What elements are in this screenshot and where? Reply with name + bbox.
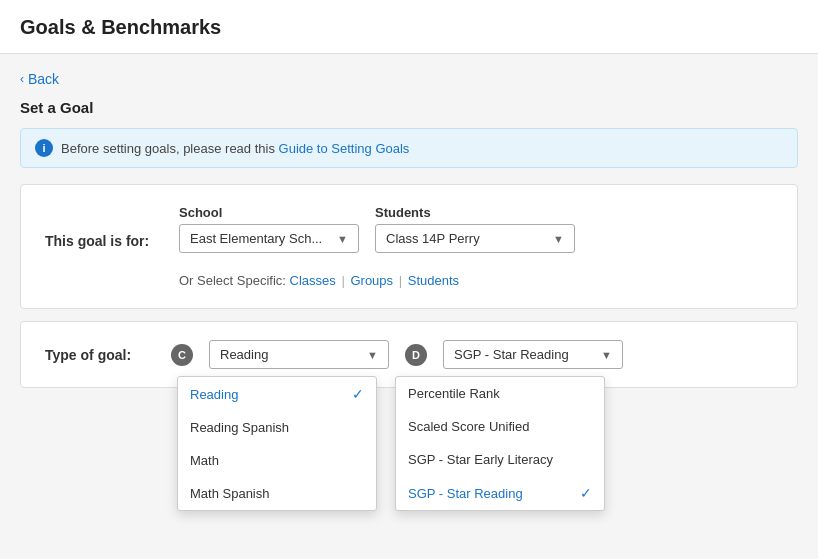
school-label: School bbox=[179, 205, 359, 220]
or-select-label: Or Select Specific: bbox=[179, 273, 286, 288]
measure-option-percentile[interactable]: Percentile Rank bbox=[396, 377, 604, 410]
type-goal-card: Type of goal: C Reading ▼ D SGP - Star R… bbox=[20, 321, 798, 388]
measure-option-sgp-early-label: SGP - Star Early Literacy bbox=[408, 452, 553, 467]
type-option-math-spanish[interactable]: Math Spanish bbox=[178, 477, 376, 510]
students-dropdown-value: Class 14P Perry bbox=[386, 231, 480, 246]
back-link-label: Back bbox=[28, 71, 59, 87]
type-option-reading-label: Reading bbox=[190, 387, 238, 402]
page-title: Goals & Benchmarks bbox=[20, 16, 798, 39]
goal-for-card: This goal is for: School East Elementary… bbox=[20, 184, 798, 309]
type-option-reading-spanish[interactable]: Reading Spanish bbox=[178, 411, 376, 444]
groups-link[interactable]: Groups bbox=[350, 273, 393, 288]
school-dropdown-value: East Elementary Sch... bbox=[190, 231, 322, 246]
info-banner-text: Before setting goals, please read this G… bbox=[61, 141, 409, 156]
measure-option-scaled-score[interactable]: Scaled Score Unified bbox=[396, 410, 604, 443]
measure-dropdown-menu: Percentile Rank Scaled Score Unified SGP… bbox=[395, 376, 605, 511]
measure-option-scaled-score-label: Scaled Score Unified bbox=[408, 419, 529, 434]
students-dropdown[interactable]: Class 14P Perry ▼ bbox=[375, 224, 575, 253]
badge-c: C bbox=[171, 344, 193, 366]
type-option-reading[interactable]: Reading ✓ bbox=[178, 377, 376, 411]
classes-link[interactable]: Classes bbox=[290, 273, 336, 288]
measure-option-percentile-label: Percentile Rank bbox=[408, 386, 500, 401]
type-option-math-spanish-label: Math Spanish bbox=[190, 486, 270, 501]
students-field-group: Students Class 14P Perry ▼ bbox=[375, 205, 575, 253]
measure-check-icon: ✓ bbox=[580, 485, 592, 501]
selects-row: School East Elementary Sch... ▼ Students… bbox=[179, 205, 575, 253]
type-option-math-label: Math bbox=[190, 453, 219, 468]
content-area: ‹ Back Set a Goal i Before setting goals… bbox=[0, 54, 818, 404]
measure-dropdown-arrow-icon: ▼ bbox=[601, 349, 612, 361]
measure-option-sgp-reading-label: SGP - Star Reading bbox=[408, 486, 523, 501]
measure-option-sgp-early[interactable]: SGP - Star Early Literacy bbox=[396, 443, 604, 476]
measure-option-sgp-reading[interactable]: SGP - Star Reading ✓ bbox=[396, 476, 604, 510]
students-label: Students bbox=[375, 205, 575, 220]
type-dropdowns: C Reading ▼ D SGP - Star Reading ▼ bbox=[171, 340, 623, 369]
type-dropdown[interactable]: Reading ▼ bbox=[209, 340, 389, 369]
set-goal-title: Set a Goal bbox=[20, 99, 798, 116]
goal-for-label: This goal is for: bbox=[45, 205, 155, 249]
info-icon: i bbox=[35, 139, 53, 157]
measure-dropdown[interactable]: SGP - Star Reading ▼ bbox=[443, 340, 623, 369]
type-dropdown-menu: Reading ✓ Reading Spanish Math Math Span… bbox=[177, 376, 377, 511]
goal-for-row: This goal is for: School East Elementary… bbox=[45, 205, 773, 288]
school-dropdown[interactable]: East Elementary Sch... ▼ bbox=[179, 224, 359, 253]
students-dropdown-arrow-icon: ▼ bbox=[553, 233, 564, 245]
students-link[interactable]: Students bbox=[408, 273, 459, 288]
sep1: | bbox=[341, 273, 344, 288]
guide-link[interactable]: Guide to Setting Goals bbox=[279, 141, 410, 156]
measure-dropdown-value: SGP - Star Reading bbox=[454, 347, 569, 362]
info-banner: i Before setting goals, please read this… bbox=[20, 128, 798, 168]
chevron-left-icon: ‹ bbox=[20, 72, 24, 86]
type-dropdown-value: Reading bbox=[220, 347, 268, 362]
type-option-reading-spanish-label: Reading Spanish bbox=[190, 420, 289, 435]
type-goal-row: Type of goal: C Reading ▼ D SGP - Star R… bbox=[45, 340, 773, 369]
badge-d: D bbox=[405, 344, 427, 366]
sep2: | bbox=[399, 273, 402, 288]
measure-dropdown-scroll[interactable]: Percentile Rank Scaled Score Unified SGP… bbox=[396, 377, 604, 510]
type-goal-label: Type of goal: bbox=[45, 347, 155, 363]
page-header: Goals & Benchmarks bbox=[0, 0, 818, 54]
school-dropdown-arrow-icon: ▼ bbox=[337, 233, 348, 245]
type-dropdown-arrow-icon: ▼ bbox=[367, 349, 378, 361]
back-link[interactable]: ‹ Back bbox=[20, 71, 59, 87]
or-select-row: Or Select Specific: Classes | Groups | S… bbox=[179, 273, 575, 288]
check-icon: ✓ bbox=[352, 386, 364, 402]
goal-dropdowns-group: School East Elementary Sch... ▼ Students… bbox=[179, 205, 575, 288]
type-option-math[interactable]: Math bbox=[178, 444, 376, 477]
school-field-group: School East Elementary Sch... ▼ bbox=[179, 205, 359, 253]
